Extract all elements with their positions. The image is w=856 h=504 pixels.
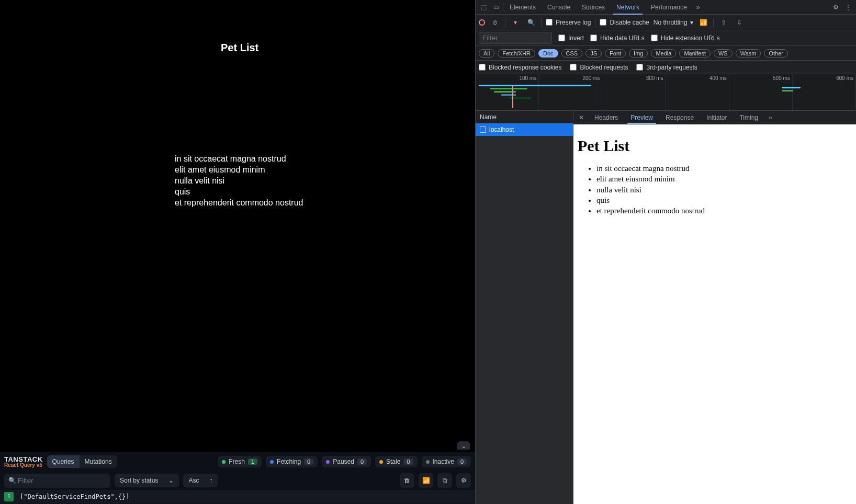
hide-ext-urls-label: Hide extension URLs xyxy=(661,35,720,42)
subtab-timing[interactable]: Timing xyxy=(734,112,763,123)
rq-tab-queries[interactable]: Queries xyxy=(47,455,80,468)
clear-button[interactable]: ⊘ xyxy=(489,17,501,28)
preview-item: et reprehenderit commodo nostrud xyxy=(596,205,852,216)
network-conditions-button[interactable]: 📶 xyxy=(697,17,709,28)
rq-status-stale[interactable]: Stale 0 xyxy=(375,456,417,467)
rq-status-count: 0 xyxy=(457,459,467,465)
tab-sources[interactable]: Sources xyxy=(577,1,610,14)
rq-popout-button[interactable]: ⧉ xyxy=(437,473,452,488)
hide-ext-urls-checkbox[interactable]: Hide extension URLs xyxy=(651,35,720,42)
devtools-tabbar: ⬚ ▭ Elements Console Sources Network Per… xyxy=(476,0,856,15)
funnel-icon: ▾ xyxy=(514,19,517,26)
rq-sort-select[interactable]: Sort by status ⌄ xyxy=(115,474,179,487)
invert-checkbox[interactable]: Invert xyxy=(558,35,584,42)
preserve-log-checkbox[interactable]: Preserve log xyxy=(546,19,591,26)
record-button[interactable] xyxy=(479,19,485,26)
rq-status-inactive[interactable]: Inactive 0 xyxy=(422,456,471,467)
disable-cache-checkbox[interactable]: Disable cache xyxy=(600,19,649,26)
subtab-initiator[interactable]: Initiator xyxy=(701,112,732,123)
rq-header: TANSTACK React Query v5 Queries Mutation… xyxy=(0,452,475,471)
type-font[interactable]: Font xyxy=(605,49,626,58)
network-waterfall-overview[interactable]: 100 ms 200 ms 300 ms 400 ms 500 ms 600 m… xyxy=(476,74,856,111)
rq-status-count: 0 xyxy=(357,459,367,465)
tab-performance[interactable]: Performance xyxy=(646,1,692,14)
type-other[interactable]: Other xyxy=(764,49,788,58)
device-toolbar-button[interactable]: ▭ xyxy=(490,2,502,13)
import-har-button[interactable]: ⇧ xyxy=(718,17,729,28)
request-name: localhost xyxy=(489,126,514,133)
rq-collapse-toggle[interactable]: ⌄ xyxy=(457,441,470,450)
chevron-down-icon: ▾ xyxy=(690,19,693,26)
rq-status-fetching[interactable]: Fetching 0 xyxy=(266,456,318,467)
rq-status-paused[interactable]: Paused 0 xyxy=(322,456,371,467)
rq-status-fresh[interactable]: Fresh 1 xyxy=(218,456,262,467)
filter-toggle-button[interactable]: ▾ xyxy=(510,17,521,28)
subtab-preview[interactable]: Preview xyxy=(625,112,658,123)
hide-data-urls-checkbox[interactable]: Hide data URLs xyxy=(590,35,645,42)
type-fetch-xhr[interactable]: Fetch/XHR xyxy=(498,49,535,58)
search-icon: 🔍 xyxy=(8,477,16,484)
blocked-cookies-label: Blocked response cookies xyxy=(489,64,561,71)
preview-item: in sit occaecat magna nostrud xyxy=(596,163,852,174)
blocked-cookies-checkbox[interactable]: Blocked response cookies xyxy=(479,64,561,71)
blocked-requests-checkbox[interactable]: Blocked requests xyxy=(570,64,628,71)
rq-status-count: 0 xyxy=(403,459,413,465)
tab-network[interactable]: Network xyxy=(611,1,645,14)
throttling-select[interactable]: No throttling ▾ xyxy=(654,19,694,26)
devtools-settings-button[interactable]: ⚙ xyxy=(830,2,841,13)
throttling-label: No throttling xyxy=(654,19,688,26)
tab-console[interactable]: Console xyxy=(542,1,576,14)
rq-status-label: Paused xyxy=(333,458,354,465)
waterfall-tick: 200 ms xyxy=(583,75,600,81)
rq-settings-button[interactable]: ⚙ xyxy=(456,473,471,488)
pet-item: elit amet eiusmod minim xyxy=(175,164,303,175)
type-img[interactable]: Img xyxy=(629,49,648,58)
tab-elements[interactable]: Elements xyxy=(504,1,541,14)
rq-query-row[interactable]: 1 ["DefaultServiceFindPets",{}] xyxy=(0,490,475,503)
request-row-localhost[interactable]: localhost xyxy=(476,123,573,136)
type-js[interactable]: JS xyxy=(585,49,602,58)
rq-order-toggle[interactable]: Asc ↑ xyxy=(183,474,218,487)
rq-tab-mutations[interactable]: Mutations xyxy=(80,455,117,468)
type-all[interactable]: All xyxy=(479,49,494,58)
rq-status-label: Fetching xyxy=(277,458,301,465)
inspect-element-button[interactable]: ⬚ xyxy=(478,2,489,13)
rq-offline-button[interactable]: 📶 xyxy=(419,473,433,488)
dot-icon xyxy=(222,460,226,464)
chevron-down-icon: ⌄ xyxy=(168,477,174,484)
response-preview[interactable]: Pet List in sit occaecat magna nostrud e… xyxy=(573,124,856,504)
tabs-overflow-button[interactable]: » xyxy=(693,4,703,11)
preview-list: in sit occaecat magna nostrud elit amet … xyxy=(578,163,852,216)
third-party-checkbox[interactable]: 3rd-party requests xyxy=(636,64,697,71)
rq-toolbar: 🔍 Sort by status ⌄ Asc ↑ 🗑 📶 ⧉ ⚙ xyxy=(0,471,475,490)
app-and-rq-panel: Pet List in sit occaecat magna nostrud e… xyxy=(0,0,475,504)
disable-cache-label: Disable cache xyxy=(610,19,649,26)
export-har-button[interactable]: ⇩ xyxy=(734,17,745,28)
subtab-response[interactable]: Response xyxy=(660,112,699,123)
search-button[interactable]: 🔍 xyxy=(525,17,537,28)
type-ws[interactable]: WS xyxy=(714,49,733,58)
waterfall-tick: 400 ms xyxy=(709,75,727,81)
chevron-down-icon: ⌄ xyxy=(461,442,467,450)
request-list: Name localhost xyxy=(476,111,573,504)
network-filter-input[interactable] xyxy=(479,32,552,44)
rq-filter-input[interactable] xyxy=(4,474,110,488)
type-wasm[interactable]: Wasm xyxy=(736,49,761,58)
subtabs-overflow-button[interactable]: » xyxy=(765,114,775,121)
type-css[interactable]: CSS xyxy=(561,49,583,58)
react-query-devtools: TANSTACK React Query v5 Queries Mutation… xyxy=(0,452,475,504)
preview-item: nulla velit nisi xyxy=(596,185,852,195)
invert-label: Invert xyxy=(568,35,584,42)
rq-clear-button[interactable]: 🗑 xyxy=(400,473,414,488)
type-media[interactable]: Media xyxy=(651,49,676,58)
type-manifest[interactable]: Manifest xyxy=(679,49,711,58)
type-doc[interactable]: Doc xyxy=(538,49,558,58)
rq-status-count: 0 xyxy=(304,459,313,465)
devtools-more-button[interactable]: ⋮ xyxy=(842,2,854,13)
pet-item: et reprehenderit commodo nostrud xyxy=(175,197,303,208)
app-page: Pet List in sit occaecat magna nostrud e… xyxy=(0,0,475,452)
request-list-header[interactable]: Name xyxy=(476,111,573,123)
gear-icon: ⚙ xyxy=(833,4,839,11)
close-detail-button[interactable]: ✕ xyxy=(576,114,587,121)
subtab-headers[interactable]: Headers xyxy=(589,112,623,123)
